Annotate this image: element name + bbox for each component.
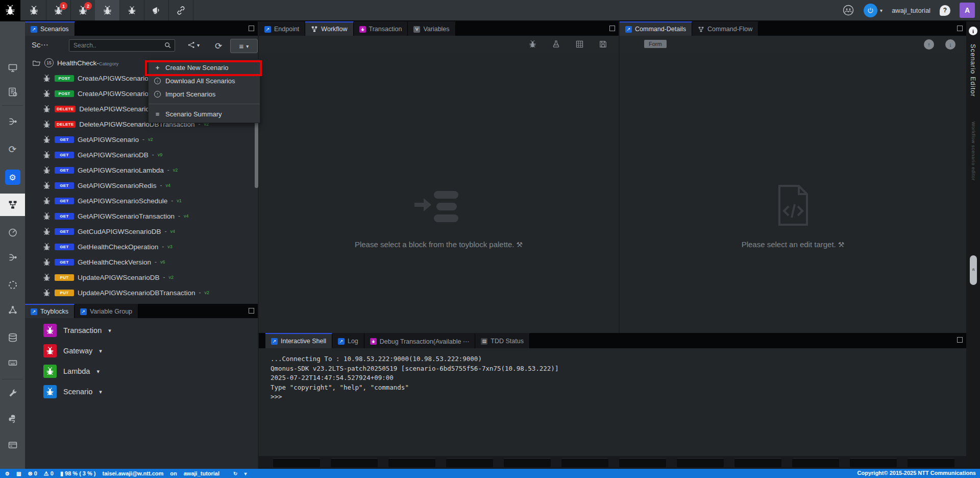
menu-item-create-new-scenario[interactable]: + Create New Scenario (149, 61, 260, 74)
sort-scenarios-button[interactable]: ▾ (187, 41, 200, 49)
tab-interactive-shell[interactable]: ↗ Interactive Shell (265, 333, 332, 348)
editor-subtitle-vertical: Workflow scenario editor (971, 122, 976, 181)
tab-toyblocks[interactable]: ↗ Toyblocks (25, 304, 75, 318)
menu-item-scenario-summary[interactable]: ≡ Scenario Summary (149, 107, 260, 121)
debug-bug-icon[interactable] (528, 40, 537, 49)
help-button[interactable]: ? (940, 5, 950, 16)
scenario-list-item[interactable]: GETGetAPIGWScenarioSchedule-v1 (25, 193, 258, 208)
rail-topology-button[interactable] (0, 299, 25, 321)
scenario-list-item[interactable]: PUTUpdateAPIGWScenarioDBTransaction-v2 (25, 285, 258, 300)
tab-log[interactable]: ↗ Log (332, 333, 364, 348)
scenario-list-item[interactable]: GETGetHealthCheckVersion-v6 (25, 254, 258, 270)
rail-sync-button[interactable]: ⟳ (0, 138, 25, 160)
form-mode-chip[interactable]: Form (644, 40, 667, 48)
nav-scenario-button[interactable] (95, 0, 120, 20)
scenario-name: GetAPIGWScenarioSchedule (78, 197, 167, 205)
tab-command-details[interactable]: ↗ Command-Details (620, 21, 692, 36)
gauge-icon (8, 227, 18, 237)
spinner-icon (8, 280, 18, 290)
circle-x-icon: ⊗ (28, 470, 32, 476)
upload-form-button[interactable]: ↑ (924, 39, 934, 50)
scenario-list-item[interactable]: GETGetAPIGWScenarioRedis-v4 (25, 178, 258, 193)
test-flask-icon[interactable] (552, 40, 560, 49)
user-avatar[interactable]: A (960, 3, 975, 18)
menu-item-import-scenarios[interactable]: ↑ Import Scenarios (149, 87, 260, 101)
blueprint-grid-icon[interactable] (575, 40, 584, 49)
maximize-panel-icon[interactable] (249, 26, 254, 31)
scenario-list-item[interactable]: GETGetAPIGWScenario-v2 (25, 132, 258, 147)
tab-endpoint[interactable]: ↗ Endpoint (259, 21, 305, 36)
maximize-panel-icon[interactable] (609, 26, 615, 31)
rail-terminal-button[interactable] (0, 434, 25, 456)
taskbar-block (446, 458, 493, 467)
toyblock-group-gateway[interactable]: Gateway ▾ (25, 342, 258, 360)
rail-database-button[interactable] (0, 326, 25, 349)
download-form-button[interactable]: ↓ (945, 39, 955, 50)
rail-python-button[interactable] (0, 408, 25, 430)
save-icon[interactable] (599, 40, 607, 49)
command-canvas[interactable]: Please select an edit target. ⚒ (620, 53, 966, 333)
rail-monitor-button[interactable] (0, 57, 25, 79)
tab-debug-transaction[interactable]: Debug Transaction(Available ⋯ (364, 333, 476, 348)
workflow-canvas[interactable]: Please select a block from the toyblock … (259, 53, 619, 333)
nav-alerts-button[interactable] (46, 0, 71, 20)
maximize-panel-icon[interactable] (249, 308, 254, 314)
shield-icon: ▾ (244, 471, 247, 476)
tab-workflow[interactable]: Workflow (305, 21, 353, 36)
nav-announce-button[interactable] (144, 0, 169, 20)
shell-console[interactable]: ...Connecting To : 10.98.53.222:9000(10.… (259, 348, 966, 456)
statusbar-workspace: awaji_tutorial (184, 470, 219, 476)
nav-link-button[interactable] (168, 0, 193, 20)
tab-scenarios[interactable]: ↗ Scenarios (25, 21, 75, 36)
toyblock-group-scenario[interactable]: Scenario ▾ (25, 383, 258, 401)
scenario-name: GetAPIGWScenarioDB (78, 151, 149, 159)
command-placeholder: Please select an edit target. ⚒ (620, 184, 966, 249)
scenario-list-item[interactable]: PUTUpdateAPIGWScenarioDB-v2 (25, 270, 258, 285)
scenario-list-item[interactable]: GETGetAPIGWScenarioLambda-v2 (25, 162, 258, 178)
method-badge: GET (55, 167, 74, 174)
nav-beetle2-button[interactable] (119, 0, 144, 20)
rail-tools-button[interactable] (0, 382, 25, 404)
scenarios-menu-button[interactable]: ≡ ▾ (230, 39, 258, 53)
rail-scenario-editor-button[interactable] (0, 194, 25, 216)
beetle-icon-active (102, 5, 113, 16)
tab-variable-group[interactable]: ↗ Variable Group (75, 304, 138, 318)
scenario-list-item[interactable]: GETGetHealthCheckOperation-v3 (25, 239, 258, 254)
tab-command-flow[interactable]: Command-Flow (692, 21, 758, 36)
maximize-panel-icon[interactable] (957, 337, 963, 343)
rail-pipeline-button[interactable] (0, 110, 25, 133)
tab-transaction[interactable]: Transaction (354, 21, 408, 36)
tab-variables[interactable]: V Variables (408, 21, 455, 36)
search-input[interactable] (69, 39, 175, 52)
rail-progress-button[interactable] (0, 274, 25, 296)
toyblock-group-lambda[interactable]: Lambda ▾ (25, 362, 258, 380)
scenario-list-item[interactable]: GETGetAPIGWScenarioTransaction-v4 (25, 208, 258, 224)
bug-icon (42, 243, 51, 251)
separator: - (163, 274, 165, 281)
menu-item-download-all-scenarios[interactable]: ↓ Download All Scenarios (149, 74, 260, 87)
toyblock-group-transaction[interactable]: Transaction ▾ (25, 321, 258, 340)
separator: - (152, 151, 154, 158)
collapse-panel-handle[interactable]: « (970, 255, 977, 285)
nav-stag-button[interactable] (70, 0, 95, 20)
tab-tdd-status[interactable]: ▤ TDD Status (475, 333, 530, 348)
info-icon[interactable]: i (969, 27, 977, 35)
rail-pipeline2-button[interactable] (0, 246, 25, 269)
rail-gauge-button[interactable] (0, 221, 25, 244)
nav-spider-button[interactable] (21, 0, 46, 20)
workflow-toolbar (259, 36, 619, 54)
left-column: ↗ Scenarios Sc⋯ ▾ ⟳ ≡ ▾ 15 HealthCheck- (25, 21, 258, 469)
scenario-list-item[interactable]: GETGetCudAPIGWScenarioDB-v4 (25, 224, 258, 239)
command-panel: ↗ Command-Details Command-Flow Form ↑ ↓ … (620, 21, 966, 333)
scenario-list-item[interactable]: GETGetAPIGWScenarioDB-v9 (25, 147, 258, 162)
rail-keyboard-button[interactable] (0, 351, 25, 374)
branch-icon (8, 252, 18, 262)
rail-schedule-button[interactable] (0, 81, 25, 103)
session-power-button[interactable]: ▾ (864, 4, 883, 17)
copyright-text: Copyright© 2015-2025 NTT Communications (857, 470, 976, 476)
maximize-panel-icon[interactable] (957, 26, 963, 31)
refresh-button[interactable]: ⟳ (215, 41, 222, 52)
rail-sdk-button[interactable]: ⚙ (0, 166, 25, 188)
collaboration-button[interactable] (842, 4, 854, 16)
taskbar-block (561, 458, 608, 467)
